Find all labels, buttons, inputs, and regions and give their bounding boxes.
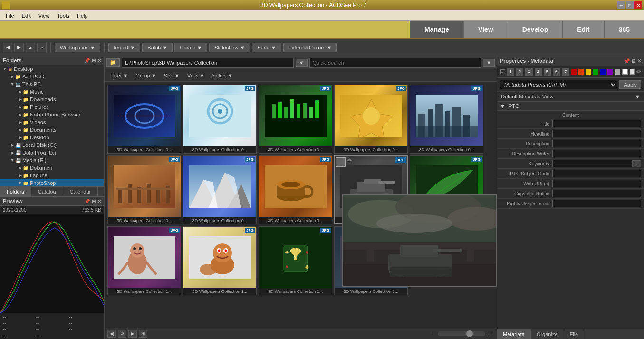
menu-help[interactable]: Help — [73, 12, 92, 19]
iptc-input-subject-code[interactable] — [552, 170, 641, 177]
color-gray[interactable] — [615, 69, 620, 75]
rating-4[interactable]: 4 — [535, 68, 542, 76]
minimize-button[interactable]: ─ — [617, 1, 625, 9]
color-purple[interactable] — [607, 69, 613, 75]
grid-nav-left[interactable]: ◀ — [107, 330, 116, 338]
color-green[interactable] — [593, 69, 598, 75]
image-thumb-6[interactable]: JPG 3D Wallpapers Collec — [107, 155, 181, 224]
iptc-input-headline[interactable] — [552, 130, 641, 137]
color-light[interactable] — [630, 69, 635, 75]
image-thumb-4[interactable]: JPG 3D Wallpapers Collection 0... — [334, 85, 408, 154]
send-button[interactable]: Send ▼ — [252, 43, 281, 52]
image-thumb-7[interactable]: JPG 3D Wallpapers Collection 0... — [183, 155, 257, 224]
grid-view-toggle[interactable]: ⊞ — [139, 330, 147, 338]
right-close-button[interactable]: ✕ — [637, 58, 641, 64]
tree-item-desktop[interactable]: ▼ 🖥 Desktop — [0, 65, 104, 73]
close-button[interactable]: ✕ — [634, 1, 642, 9]
back-button[interactable]: ◀ — [3, 43, 12, 52]
color-white[interactable] — [622, 69, 627, 75]
color-yellow[interactable] — [586, 69, 591, 75]
tree-item-media[interactable]: ▼ 💾 Media (E:) — [0, 156, 104, 164]
tab-manage[interactable]: Manage — [410, 21, 463, 38]
grid-nav-refresh[interactable]: ↺ — [118, 330, 126, 338]
iptc-input-copyright[interactable] — [552, 190, 641, 197]
filter-button[interactable]: Filter▼ — [107, 72, 131, 79]
rating-1[interactable]: 1 — [507, 68, 514, 76]
search-input[interactable] — [309, 58, 481, 68]
keywords-more-button[interactable]: ··· — [633, 160, 641, 167]
tree-item-videos[interactable]: ▶ 📁 Videos — [0, 118, 104, 126]
zoom-plus[interactable]: + — [487, 331, 494, 337]
meta-view-dropdown[interactable]: ▼ — [635, 94, 640, 99]
iptc-input-title[interactable] — [552, 120, 641, 127]
search-dropdown-button[interactable]: ▼ — [483, 59, 495, 67]
tree-item-localdisk[interactable]: ▶ 💾 Local Disk (C:) — [0, 141, 104, 149]
sort-button[interactable]: Sort▼ — [161, 72, 183, 79]
select-button[interactable]: Select▼ — [209, 72, 235, 79]
tab-catalog[interactable]: Catalog — [31, 187, 63, 196]
color-red[interactable] — [571, 69, 576, 75]
path-input[interactable] — [122, 58, 294, 68]
view-button[interactable]: View▼ — [184, 72, 208, 79]
maximize-button[interactable]: □ — [626, 1, 634, 9]
tab-365[interactable]: 365 — [604, 21, 644, 38]
iptc-input-desc-writer[interactable] — [552, 150, 641, 157]
tab-folders[interactable]: Folders — [0, 187, 31, 196]
right-expand-button[interactable]: ⊞ — [632, 58, 635, 64]
preview-expand-button[interactable]: ⊞ — [92, 199, 96, 204]
image-thumb-5[interactable]: JPG 3D Wallpapers Collec — [410, 85, 483, 154]
group-button[interactable]: Group▼ — [133, 72, 159, 79]
tree-item-dokumen[interactable]: ▶ 📁 Dokumen — [0, 164, 104, 172]
tree-item-desktop2[interactable]: ▶ 📁 Desktop — [0, 134, 104, 141]
tab-view[interactable]: View — [463, 21, 508, 38]
tab-edit[interactable]: Edit — [562, 21, 604, 38]
batch-button[interactable]: Batch ▼ — [142, 43, 173, 52]
menu-tools[interactable]: Tools — [53, 12, 73, 19]
right-tab-metadata[interactable]: Metadata — [497, 329, 531, 339]
apply-button[interactable]: Apply — [619, 80, 641, 89]
rating-5[interactable]: 5 — [544, 68, 551, 76]
image-thumb-3[interactable]: JPG 3D Wallpapers Collection 0... — [259, 85, 332, 154]
image-thumb-1[interactable]: JPG 3D Wallpapers Collection 0... — [107, 85, 181, 154]
image-thumb-8[interactable]: JPG 3D Wallpapers Collection 0... — [259, 155, 332, 224]
image-thumb-12[interactable]: JPG 3D Wallpapers Collec — [183, 226, 257, 295]
preview-close-button[interactable]: ✕ — [97, 199, 101, 204]
tree-item-dataprog[interactable]: ▶ 💾 Data Prog (D:) — [0, 149, 104, 156]
preview-pin-button[interactable]: 📌 — [84, 199, 90, 204]
tab-develop[interactable]: Develop — [508, 21, 562, 38]
folders-pin-button[interactable]: 📌 — [84, 58, 90, 63]
tree-item-photoshop[interactable]: ▼ 📁 PhotoShop — [0, 179, 104, 186]
menu-file[interactable]: File — [2, 12, 18, 19]
import-button[interactable]: Import ▼ — [108, 43, 140, 52]
image-thumb-2[interactable]: JPG 3D Wallpapers Collection 0... — [183, 85, 257, 154]
grid-nav-right[interactable]: ▶ — [128, 330, 137, 338]
color-orange[interactable] — [578, 69, 584, 75]
create-button[interactable]: Create ▼ — [174, 43, 207, 52]
iptc-input-weburl[interactable] — [552, 180, 641, 187]
tree-item-pictures[interactable]: ▶ 📁 Pictures — [0, 103, 104, 111]
rating-6[interactable]: 6 — [553, 68, 560, 76]
home-button[interactable]: ⌂ — [37, 43, 47, 52]
tree-item-downloads[interactable]: ▶ 📁 Downloads — [0, 96, 104, 103]
tree-item-ajjpgg[interactable]: ▶ 📁 AJJ PGG — [0, 73, 104, 80]
slideshow-button[interactable]: Slideshow ▼ — [209, 43, 250, 52]
folders-expand-button[interactable]: ⊞ — [92, 58, 96, 63]
right-pin-button[interactable]: 📌 — [624, 58, 630, 64]
iptc-input-rights[interactable] — [552, 200, 641, 207]
tree-item-nokia[interactable]: ▶ 📁 Nokia Phone Browser — [0, 111, 104, 118]
zoom-minus[interactable]: − — [429, 331, 435, 337]
iptc-header[interactable]: ▼ IPTC — [497, 102, 644, 111]
path-dropdown-button[interactable]: ▼ — [296, 59, 308, 67]
iptc-input-keywords[interactable] — [552, 160, 633, 167]
tab-calendar[interactable]: Calendar — [63, 187, 98, 196]
tree-item-lagune[interactable]: ▶ 📁 Lagune — [0, 172, 104, 179]
color-blue[interactable] — [600, 69, 606, 75]
tree-item-music[interactable]: ▶ 📁 Music — [0, 88, 104, 96]
forward-button[interactable]: ▶ — [14, 43, 24, 52]
menu-view[interactable]: View — [35, 12, 54, 19]
image-thumb-13[interactable]: JPG ♣ ♥ ♥ ♣ — [259, 226, 332, 295]
checkbox-icon[interactable]: ☑ — [500, 68, 506, 76]
iptc-input-description[interactable] — [552, 140, 641, 147]
folders-close-button[interactable]: ✕ — [97, 58, 101, 63]
tree-item-thispc[interactable]: ▼ 💻 This PC — [0, 80, 104, 88]
